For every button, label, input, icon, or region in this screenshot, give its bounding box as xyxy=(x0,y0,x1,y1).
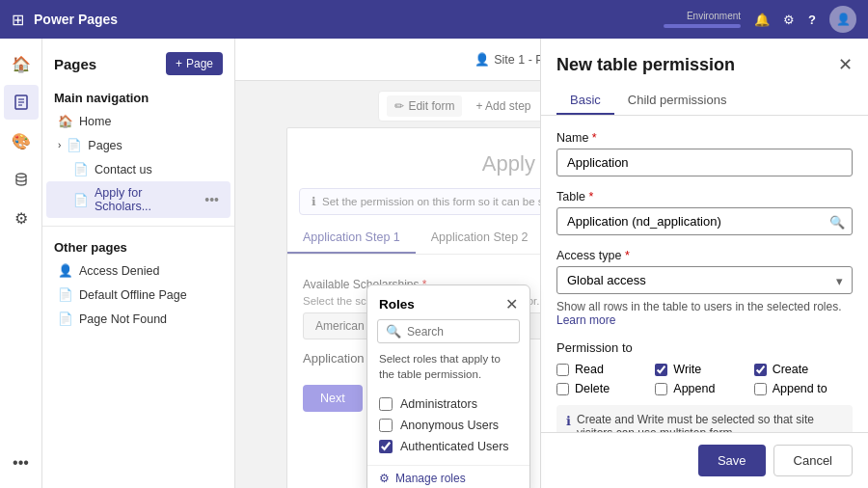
access-type-field-group: Access type * Global access Contact acce… xyxy=(556,249,853,327)
offline-doc-icon: 📄 xyxy=(58,287,73,302)
panel-close-button[interactable]: ✕ xyxy=(838,54,853,75)
perm-append-to-label: Append to xyxy=(773,382,827,395)
rail-more[interactable]: ••• xyxy=(4,446,39,480)
permission-label: Permission to xyxy=(556,340,853,355)
perm-read-label: Read xyxy=(575,363,604,376)
sidebar-item-access-denied[interactable]: 👤 Access Denied xyxy=(46,258,231,283)
panel-tab-basic[interactable]: Basic xyxy=(556,87,614,115)
roles-check-administrators[interactable] xyxy=(379,397,393,411)
permission-field-group: Permission to Read Write Create Delete xyxy=(556,340,853,432)
roles-search-input[interactable] xyxy=(407,325,511,339)
apply-doc-icon: 📄 xyxy=(73,193,89,207)
cancel-button[interactable]: Cancel xyxy=(773,445,853,476)
sidebar-item-access-denied-label: Access Denied xyxy=(79,264,159,278)
env-label: Environment xyxy=(687,11,741,21)
roles-popup-title: Roles xyxy=(379,297,415,312)
perm-append-to-check[interactable] xyxy=(754,383,767,395)
perm-write-check[interactable] xyxy=(655,364,667,376)
manage-roles-label: Manage roles xyxy=(395,472,466,485)
perm-read-check[interactable] xyxy=(556,364,569,376)
panel-tab-child[interactable]: Child permissions xyxy=(614,87,741,115)
other-pages-title: Other pages xyxy=(42,234,234,258)
permission-info-msg: ℹ Create and Write must be selected so t… xyxy=(556,405,853,432)
roles-check-anonymous[interactable] xyxy=(379,419,393,432)
roles-label-administrators: Administrators xyxy=(400,397,477,411)
sidebar-item-not-found[interactable]: 📄 Page Not Found xyxy=(46,307,231,331)
perm-append-check[interactable] xyxy=(655,383,667,395)
chevron-right-icon: › xyxy=(58,140,61,150)
perm-append-label: Append xyxy=(673,382,715,395)
roles-popup-desc: Select roles that apply to the table per… xyxy=(367,351,529,390)
perm-create-label: Create xyxy=(773,363,809,376)
perm-create: Create xyxy=(754,363,853,376)
info-msg-icon: ℹ xyxy=(566,414,571,428)
table-search-icon: 🔍 xyxy=(829,214,845,229)
roles-search-icon: 🔍 xyxy=(386,324,401,339)
name-input[interactable] xyxy=(556,149,853,176)
panel-tabs: Basic Child permissions xyxy=(541,87,868,116)
roles-search-box[interactable]: 🔍 xyxy=(377,319,520,343)
rail-styling[interactable]: 🎨 xyxy=(4,123,39,158)
table-search-wrap: 🔍 xyxy=(556,207,853,235)
sidebar-item-not-found-label: Page Not Found xyxy=(79,312,167,326)
home-icon: 🏠 xyxy=(58,114,73,128)
rail-setup[interactable]: ⚙ xyxy=(4,201,39,235)
manage-roles-icon: ⚙ xyxy=(379,472,390,485)
roles-item-administrators: Administrators xyxy=(379,393,518,415)
rail-data[interactable] xyxy=(4,162,39,197)
access-type-label: Access type * xyxy=(556,249,853,262)
sidebar-item-offline[interactable]: 📄 Default Offline Page xyxy=(46,283,231,307)
access-info-text: Show all rows in the table to users in t… xyxy=(556,300,853,327)
perm-delete-check[interactable] xyxy=(556,383,569,395)
bell-icon[interactable]: 🔔 xyxy=(754,13,770,27)
rail-pages[interactable] xyxy=(4,85,39,120)
main-nav-title: Main navigation xyxy=(42,85,234,109)
roles-popup-header: Roles ✕ xyxy=(367,285,529,319)
panel-footer: Save Cancel xyxy=(541,432,868,488)
table-input[interactable] xyxy=(556,207,853,235)
not-found-doc-icon: 📄 xyxy=(58,312,73,326)
manage-roles-link[interactable]: ⚙ Manage roles xyxy=(367,465,529,488)
learn-more-link[interactable]: Learn more xyxy=(556,313,615,327)
rail-home[interactable]: 🏠 xyxy=(4,46,39,81)
perm-delete-label: Delete xyxy=(575,382,610,395)
save-button[interactable]: Save xyxy=(698,445,766,476)
perm-append: Append xyxy=(655,382,753,395)
sidebar-item-pages[interactable]: › 📄 Pages xyxy=(46,133,231,157)
perm-delete: Delete xyxy=(556,382,655,395)
panel-body: Name * Table * 🔍 Access type * xyxy=(541,116,868,432)
right-panel: New table permission ✕ Basic Child permi… xyxy=(540,39,868,488)
roles-item-authenticated: Authenticated Users xyxy=(379,436,518,457)
perm-read: Read xyxy=(556,363,655,376)
apply-more-icon[interactable]: ••• xyxy=(204,192,219,207)
access-select-wrap: Global access Contact access Account acc… xyxy=(556,266,853,294)
perm-write: Write xyxy=(655,363,753,376)
sidebar-divider xyxy=(42,226,234,227)
sidebar-item-contact[interactable]: 📄 Contact us xyxy=(46,157,231,181)
site-icon: 👤 xyxy=(475,52,490,67)
access-type-select[interactable]: Global access Contact access Account acc… xyxy=(556,266,853,294)
roles-popup-close-button[interactable]: ✕ xyxy=(505,295,518,313)
sidebar-item-home[interactable]: 🏠 Home xyxy=(46,109,231,133)
name-field-group: Name * xyxy=(556,131,853,176)
sidebar: Pages + Page Main navigation 🏠 Home › 📄 … xyxy=(42,39,235,488)
sidebar-item-apply[interactable]: 📄 Apply for Scholars... ••• xyxy=(46,181,231,218)
sidebar-title: Pages xyxy=(54,56,96,72)
help-icon[interactable]: ? xyxy=(808,13,816,27)
name-required: * xyxy=(592,131,597,145)
add-page-label: Page xyxy=(186,57,213,70)
perm-create-check[interactable] xyxy=(754,364,767,376)
roles-check-authenticated[interactable] xyxy=(379,440,393,453)
grid-icon[interactable]: ⊞ xyxy=(12,11,24,29)
name-field-label: Name * xyxy=(556,131,853,145)
icon-rail: 🏠 🎨 ⚙ ••• xyxy=(0,39,42,488)
env-bar xyxy=(664,24,741,28)
table-field-label: Table * xyxy=(556,190,853,203)
perm-append-to: Append to xyxy=(754,382,853,395)
settings-icon[interactable]: ⚙ xyxy=(783,13,795,27)
avatar[interactable]: 👤 xyxy=(829,6,856,33)
add-page-button[interactable]: + Page xyxy=(166,52,223,75)
pages-doc-icon: 📄 xyxy=(67,138,82,152)
table-field-group: Table * 🔍 xyxy=(556,190,853,235)
perm-write-label: Write xyxy=(673,363,701,376)
